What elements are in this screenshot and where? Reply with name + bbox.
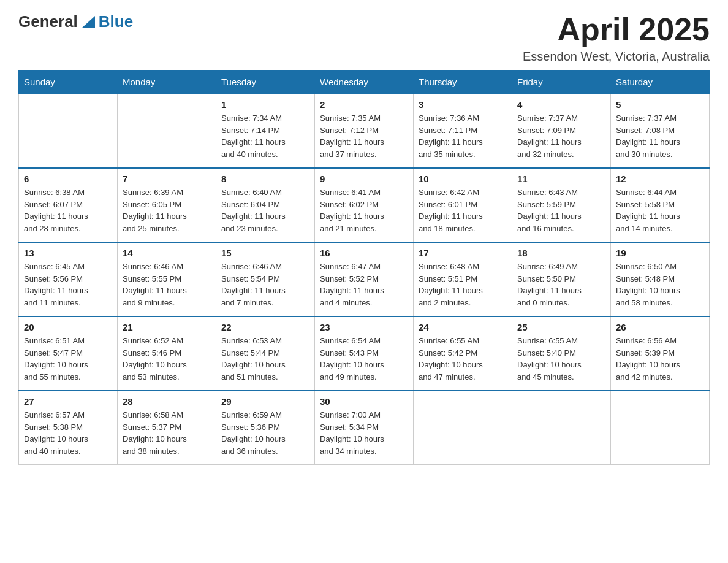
calendar-cell: 24Sunrise: 6:55 AMSunset: 5:42 PMDayligh… bbox=[414, 316, 512, 391]
calendar-week-row: 6Sunrise: 6:38 AMSunset: 6:07 PMDaylight… bbox=[19, 168, 710, 242]
day-info: Sunrise: 6:55 AMSunset: 5:42 PMDaylight:… bbox=[419, 335, 507, 383]
calendar-cell: 22Sunrise: 6:53 AMSunset: 5:44 PMDayligh… bbox=[216, 316, 315, 391]
calendar-cell bbox=[611, 391, 710, 465]
day-info: Sunrise: 6:53 AMSunset: 5:44 PMDaylight:… bbox=[221, 335, 309, 383]
day-number: 7 bbox=[123, 174, 211, 184]
location-subtitle: Essendon West, Victoria, Australia bbox=[523, 50, 710, 64]
day-info: Sunrise: 6:40 AMSunset: 6:04 PMDaylight:… bbox=[221, 186, 309, 234]
calendar-header-thursday: Thursday bbox=[414, 71, 512, 94]
day-number: 30 bbox=[320, 396, 408, 407]
day-info: Sunrise: 6:57 AMSunset: 5:38 PMDaylight:… bbox=[24, 409, 112, 457]
day-number: 2 bbox=[320, 99, 408, 110]
calendar-cell: 13Sunrise: 6:45 AMSunset: 5:56 PMDayligh… bbox=[19, 242, 118, 316]
day-info: Sunrise: 6:55 AMSunset: 5:40 PMDaylight:… bbox=[517, 335, 605, 383]
calendar-week-row: 20Sunrise: 6:51 AMSunset: 5:47 PMDayligh… bbox=[19, 316, 710, 391]
day-info: Sunrise: 7:34 AMSunset: 7:14 PMDaylight:… bbox=[221, 112, 309, 160]
day-number: 4 bbox=[517, 99, 605, 110]
calendar-cell bbox=[118, 94, 216, 168]
day-info: Sunrise: 6:39 AMSunset: 6:05 PMDaylight:… bbox=[123, 186, 211, 234]
calendar-cell: 29Sunrise: 6:59 AMSunset: 5:36 PMDayligh… bbox=[216, 391, 315, 465]
day-number: 25 bbox=[517, 322, 605, 332]
day-info: Sunrise: 6:54 AMSunset: 5:43 PMDaylight:… bbox=[320, 335, 408, 383]
calendar-cell: 4Sunrise: 7:37 AMSunset: 7:09 PMDaylight… bbox=[512, 94, 611, 168]
day-number: 18 bbox=[517, 248, 605, 258]
day-info: Sunrise: 6:49 AMSunset: 5:50 PMDaylight:… bbox=[517, 261, 605, 308]
calendar-header-friday: Friday bbox=[512, 71, 611, 94]
calendar-cell bbox=[19, 94, 118, 168]
calendar-cell: 15Sunrise: 6:46 AMSunset: 5:54 PMDayligh… bbox=[216, 242, 315, 316]
day-info: Sunrise: 6:46 AMSunset: 5:54 PMDaylight:… bbox=[221, 261, 309, 308]
calendar-header-sunday: Sunday bbox=[19, 71, 118, 94]
calendar-cell: 18Sunrise: 6:49 AMSunset: 5:50 PMDayligh… bbox=[512, 242, 611, 316]
calendar-cell: 10Sunrise: 6:42 AMSunset: 6:01 PMDayligh… bbox=[414, 168, 512, 242]
calendar-cell: 5Sunrise: 7:37 AMSunset: 7:08 PMDaylight… bbox=[611, 94, 710, 168]
day-number: 20 bbox=[24, 322, 112, 332]
calendar-cell: 6Sunrise: 6:38 AMSunset: 6:07 PMDaylight… bbox=[19, 168, 118, 242]
day-info: Sunrise: 6:58 AMSunset: 5:37 PMDaylight:… bbox=[123, 409, 211, 457]
calendar-cell bbox=[414, 391, 512, 465]
day-info: Sunrise: 6:44 AMSunset: 5:58 PMDaylight:… bbox=[616, 186, 704, 234]
day-number: 24 bbox=[419, 322, 507, 332]
day-info: Sunrise: 6:59 AMSunset: 5:36 PMDaylight:… bbox=[221, 409, 309, 457]
calendar-header-row: SundayMondayTuesdayWednesdayThursdayFrid… bbox=[19, 71, 710, 94]
day-number: 17 bbox=[419, 248, 507, 258]
day-info: Sunrise: 6:45 AMSunset: 5:56 PMDaylight:… bbox=[24, 261, 112, 308]
day-number: 12 bbox=[616, 174, 704, 184]
day-info: Sunrise: 6:38 AMSunset: 6:07 PMDaylight:… bbox=[24, 186, 112, 234]
day-info: Sunrise: 7:37 AMSunset: 7:09 PMDaylight:… bbox=[517, 112, 605, 160]
month-title: April 2025 bbox=[523, 12, 710, 47]
logo-triangle-icon bbox=[82, 16, 95, 28]
day-info: Sunrise: 6:50 AMSunset: 5:48 PMDaylight:… bbox=[616, 261, 704, 308]
day-info: Sunrise: 7:35 AMSunset: 7:12 PMDaylight:… bbox=[320, 112, 408, 160]
day-number: 9 bbox=[320, 174, 408, 184]
day-number: 23 bbox=[320, 322, 408, 332]
calendar-cell: 12Sunrise: 6:44 AMSunset: 5:58 PMDayligh… bbox=[611, 168, 710, 242]
day-number: 19 bbox=[616, 248, 704, 258]
day-info: Sunrise: 6:42 AMSunset: 6:01 PMDaylight:… bbox=[419, 186, 507, 234]
calendar-cell: 1Sunrise: 7:34 AMSunset: 7:14 PMDaylight… bbox=[216, 94, 315, 168]
calendar-cell: 7Sunrise: 6:39 AMSunset: 6:05 PMDaylight… bbox=[118, 168, 216, 242]
calendar-cell: 16Sunrise: 6:47 AMSunset: 5:52 PMDayligh… bbox=[315, 242, 414, 316]
title-section: April 2025 Essendon West, Victoria, Aust… bbox=[523, 12, 710, 64]
day-number: 15 bbox=[221, 248, 309, 258]
day-number: 28 bbox=[123, 396, 211, 407]
day-number: 13 bbox=[24, 248, 112, 258]
calendar-cell: 20Sunrise: 6:51 AMSunset: 5:47 PMDayligh… bbox=[19, 316, 118, 391]
calendar-cell: 17Sunrise: 6:48 AMSunset: 5:51 PMDayligh… bbox=[414, 242, 512, 316]
day-number: 27 bbox=[24, 396, 112, 407]
calendar-header-saturday: Saturday bbox=[611, 71, 710, 94]
calendar-cell: 21Sunrise: 6:52 AMSunset: 5:46 PMDayligh… bbox=[118, 316, 216, 391]
calendar-cell: 19Sunrise: 6:50 AMSunset: 5:48 PMDayligh… bbox=[611, 242, 710, 316]
calendar-cell: 11Sunrise: 6:43 AMSunset: 5:59 PMDayligh… bbox=[512, 168, 611, 242]
day-info: Sunrise: 7:36 AMSunset: 7:11 PMDaylight:… bbox=[419, 112, 507, 160]
calendar-cell: 2Sunrise: 7:35 AMSunset: 7:12 PMDaylight… bbox=[315, 94, 414, 168]
calendar-cell: 8Sunrise: 6:40 AMSunset: 6:04 PMDaylight… bbox=[216, 168, 315, 242]
calendar-cell: 23Sunrise: 6:54 AMSunset: 5:43 PMDayligh… bbox=[315, 316, 414, 391]
calendar-cell: 3Sunrise: 7:36 AMSunset: 7:11 PMDaylight… bbox=[414, 94, 512, 168]
day-number: 26 bbox=[616, 322, 704, 332]
day-number: 29 bbox=[221, 396, 309, 407]
calendar-week-row: 1Sunrise: 7:34 AMSunset: 7:14 PMDaylight… bbox=[19, 94, 710, 168]
calendar-cell: 27Sunrise: 6:57 AMSunset: 5:38 PMDayligh… bbox=[19, 391, 118, 465]
day-info: Sunrise: 6:47 AMSunset: 5:52 PMDaylight:… bbox=[320, 261, 408, 308]
svg-marker-0 bbox=[82, 16, 95, 28]
day-number: 8 bbox=[221, 174, 309, 184]
day-info: Sunrise: 6:41 AMSunset: 6:02 PMDaylight:… bbox=[320, 186, 408, 234]
calendar-cell: 26Sunrise: 6:56 AMSunset: 5:39 PMDayligh… bbox=[611, 316, 710, 391]
day-number: 5 bbox=[616, 99, 704, 110]
calendar-header-wednesday: Wednesday bbox=[315, 71, 414, 94]
calendar-cell: 25Sunrise: 6:55 AMSunset: 5:40 PMDayligh… bbox=[512, 316, 611, 391]
day-number: 11 bbox=[517, 174, 605, 184]
day-info: Sunrise: 6:46 AMSunset: 5:55 PMDaylight:… bbox=[123, 261, 211, 308]
calendar-header-tuesday: Tuesday bbox=[216, 71, 315, 94]
day-info: Sunrise: 7:00 AMSunset: 5:34 PMDaylight:… bbox=[320, 409, 408, 457]
calendar-cell: 30Sunrise: 7:00 AMSunset: 5:34 PMDayligh… bbox=[315, 391, 414, 465]
day-number: 22 bbox=[221, 322, 309, 332]
day-number: 1 bbox=[221, 99, 309, 110]
logo: General Blue bbox=[18, 12, 133, 31]
page-header: General Blue April 2025 Essendon West, V… bbox=[18, 12, 710, 64]
day-info: Sunrise: 7:37 AMSunset: 7:08 PMDaylight:… bbox=[616, 112, 704, 160]
calendar-table: SundayMondayTuesdayWednesdayThursdayFrid… bbox=[18, 70, 710, 465]
day-info: Sunrise: 6:51 AMSunset: 5:47 PMDaylight:… bbox=[24, 335, 112, 383]
calendar-cell: 14Sunrise: 6:46 AMSunset: 5:55 PMDayligh… bbox=[118, 242, 216, 316]
